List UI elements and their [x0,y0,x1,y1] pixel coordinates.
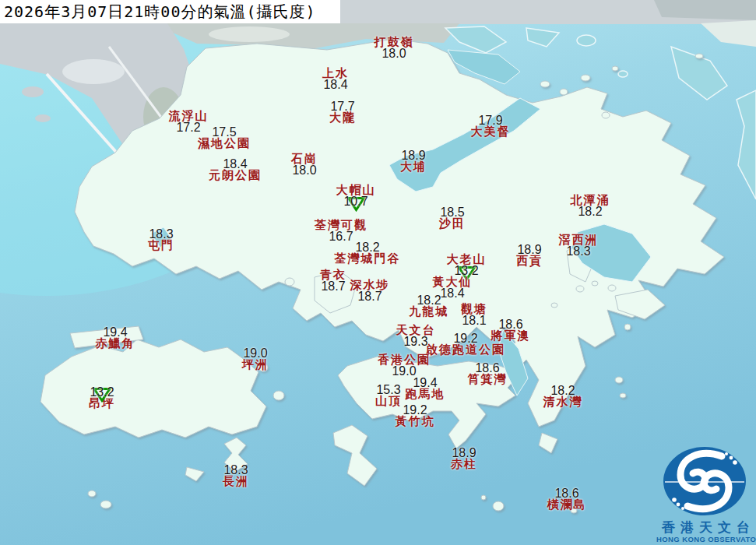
map-title: 2026年3月07日21時00分的氣溫(攝氏度) [4,2,316,23]
hko-logo-name-en: HONG KONG OBSERVATORY [656,535,754,543]
station-value: 19.0 [243,348,267,359]
station-value-row: 13.2 [89,387,115,398]
station-value: 18.9 [452,448,476,459]
station-marker: 大帽山10.7 [336,185,376,207]
station-marker: 18.2清水灣 [543,385,583,408]
station-marker: 上水18.4 [322,68,349,90]
station-value-row: 17.7 [329,101,356,112]
station-name-label: 跑馬地 [406,389,445,400]
station-value-row: 18.4 [209,159,262,170]
station-marker: 打鼓嶺18.0 [374,37,414,59]
station-value-row: 18.6 [491,319,531,330]
station-marker: 17.7大隴 [329,101,356,124]
station-name-label: 黃竹坑 [396,416,435,427]
station-value-row: 18.3 [223,465,249,476]
station-value-row: 18.9 [451,448,477,459]
station-value-row: 18.7 [350,291,390,302]
station-value-row: 19.2 [426,333,505,344]
station-value-row: 17.9 [471,115,511,126]
station-value: 18.6 [475,363,499,374]
station-value-row: 18.0 [291,165,318,176]
station-marker: 石崗18.0 [291,153,318,176]
temperature-map-screen: 打鼓嶺18.0上水18.417.7大隴流浮山17.217.5濕地公園17.9大美… [0,0,756,545]
station-marker: 18.3長洲 [223,465,249,487]
station-value: 18.7 [321,281,345,292]
station-value: 18.3 [223,465,248,476]
hko-logo-name-zh: 香港天文台 [662,520,754,535]
station-value-row: 18.0 [374,48,414,59]
station-value: 18.2 [417,295,441,306]
station-name-label: 大美督 [471,126,511,138]
station-value: 17.7 [330,101,354,112]
station-name-label: 屯門 [148,240,174,251]
station-value-row: 15.3 [375,385,402,396]
station-marker: 19.2黃竹坑 [396,405,435,427]
station-name-label: 大埔 [400,161,427,173]
station-name-label: 坪洲 [242,359,269,371]
hko-logo: 香港天文台 HONG KONG OBSERVATORY [656,445,754,543]
station-marker: 18.5沙田 [439,207,466,230]
station-value-row: 19.4 [406,378,445,389]
station-name-label: 橫瀾島 [547,499,587,511]
station-value-row: 18.2 [571,206,610,217]
station-value: 18.2 [550,385,575,396]
station-marker: 18.9西貢 [516,244,543,267]
station-value: 16.7 [329,231,353,242]
station-marker: 觀塘18.1 [461,304,487,326]
station-value: 17.2 [176,122,200,133]
station-value: 18.0 [382,48,406,59]
station-marker: 18.9大埔 [400,150,427,173]
station-value: 19.3 [403,336,427,347]
station-value: 18.2 [355,242,379,253]
station-name-label: 荃灣城門谷 [335,253,401,265]
station-name-label: 赤柱 [451,459,477,470]
station-value: 18.2 [578,206,602,217]
station-value-row: 18.6 [468,363,508,374]
station-value-row: 18.5 [439,207,466,218]
station-value-row: 18.1 [461,315,487,326]
station-marker: 18.2荃灣城門谷 [335,242,401,265]
station-value: 18.6 [498,319,522,330]
station-name-label: 大隴 [329,112,356,124]
station-value: 18.3 [566,246,590,257]
station-value: 19.4 [413,378,437,389]
station-marker: 北潭涌18.2 [571,195,610,217]
station-value: 18.4 [323,79,347,90]
station-marker: 18.9赤柱 [451,448,477,470]
station-marker: 19.4赤鱲角 [96,327,135,350]
station-name-label: 長洲 [223,476,249,487]
station-value: 18.7 [357,291,382,302]
station-value-row: 18.2 [410,295,449,306]
station-marker: 18.2九龍城 [410,295,449,318]
station-marker: 17.5濕地公園 [198,127,251,149]
station-value-row: 18.9 [516,244,543,255]
station-name-label: 九龍城 [410,306,449,318]
station-value-row: 19.4 [96,327,135,338]
station-marker: 17.9大美督 [471,115,511,138]
station-value: 10.7 [343,196,367,207]
station-value: 19.2 [403,405,427,416]
station-marker: 18.3屯門 [148,229,174,251]
station-value-row: 10.7 [336,196,376,207]
station-value: 19.2 [453,333,477,344]
station-name-label: 赤鱲角 [96,338,135,350]
station-value-row: 18.2 [335,242,401,253]
station-name-label: 清水灣 [543,396,583,408]
station-marker: 香港公園19.0 [378,354,431,377]
station-name-label: 筲箕灣 [468,374,508,385]
station-value: 19.4 [103,327,127,338]
station-marker: 青衣18.7 [320,269,346,292]
station-name-label: 元朗公園 [209,170,262,181]
station-name-label: 沙田 [439,218,466,230]
station-value-row: 18.7 [320,281,346,292]
station-value: 18.9 [401,150,425,161]
station-value-row: 19.2 [396,405,435,416]
station-name-label: 啟德跑道公園 [426,344,505,356]
station-value: 17.9 [478,115,502,126]
station-value: 18.0 [292,165,316,176]
station-marker: 18.4元朗公園 [209,159,262,181]
station-value: 18.3 [149,229,173,240]
station-value: 18.5 [440,207,464,218]
station-name-label: 西貢 [516,255,543,267]
station-value-row: 18.3 [559,246,599,257]
